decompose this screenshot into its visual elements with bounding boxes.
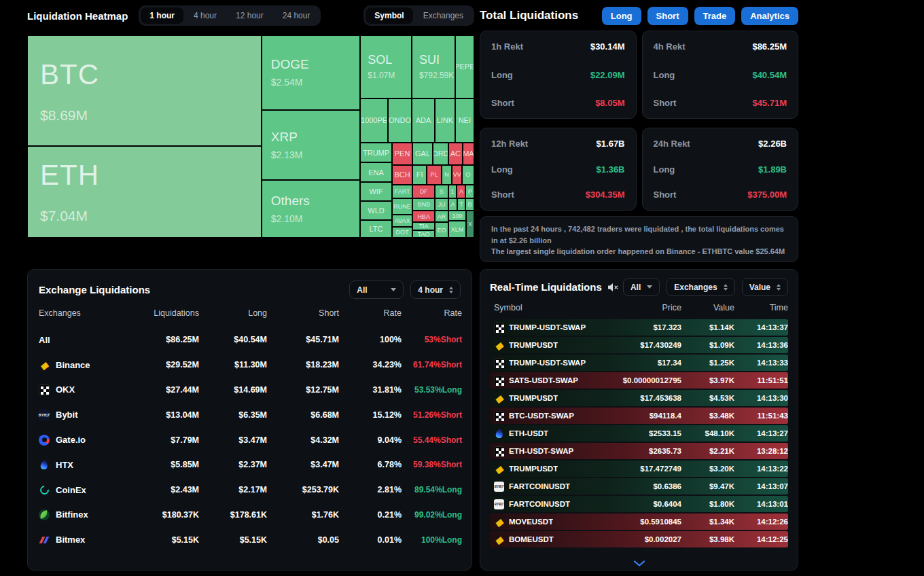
realtime-exchanges-sort[interactable]: Exchanges — [667, 278, 734, 296]
nav-button[interactable]: Trade — [694, 7, 736, 25]
treemap-cell[interactable]: EO — [435, 222, 448, 238]
treemap-cell[interactable]: TIA — [412, 222, 435, 230]
treemap-cell[interactable]: SUI $792.59K — [412, 35, 455, 98]
treemap-cell[interactable]: PEN — [392, 143, 412, 165]
liquidation-row[interactable]: TRUMPUSDT $17.430249 $1.09K 14:13:36 — [490, 337, 788, 353]
liquidation-row[interactable]: MOVEUSDT $0.5910845 $1.34K 14:12:26 — [490, 514, 788, 530]
exchange-row[interactable]: CoinEx $2.43M $2.17M $253.79K 2.81% 89.5… — [39, 478, 461, 503]
treemap-cell[interactable]: P — [465, 185, 474, 198]
exchange-row[interactable]: Bitfinex $180.37K $178.61K $1.76K 0.21% … — [39, 503, 461, 528]
treemap-cell[interactable]: LINK — [435, 98, 455, 143]
liquidation-row[interactable]: ETH-USDT-SWAP $2635.73 $2.21K 13:28:12 — [490, 443, 788, 459]
nav-button-label: Trade — [703, 11, 727, 21]
treemap-cell[interactable]: XRP $2.13M — [262, 110, 360, 180]
liquidation-summary: In the past 24 hours , 742,482 traders w… — [480, 216, 798, 262]
liquidation-symbol-cell: TRUMPUSDT — [494, 464, 609, 474]
treemap-cell[interactable]: BNB — [412, 198, 435, 211]
realtime-filter-select[interactable]: All — [623, 278, 660, 296]
treemap-cell[interactable]: AVAX — [392, 215, 412, 227]
treemap-cell[interactable]: TAO — [412, 230, 435, 238]
treemap-cell[interactable]: DOGE $2.54M — [262, 35, 360, 110]
treemap-cell[interactable]: 100 — [448, 211, 466, 221]
liquidation-row[interactable]: FARTCOINUSDT $0.6386 $9.47K 14:13:07 — [490, 478, 788, 494]
treemap-cell[interactable]: 1000PE — [360, 98, 388, 143]
treemap-cell[interactable]: ADA — [412, 98, 435, 143]
treemap-cell[interactable]: S — [435, 185, 448, 198]
treemap-cell[interactable]: WLD — [360, 201, 392, 220]
time-tab-label: 24 hour — [283, 11, 310, 20]
treemap-cell[interactable]: O — [462, 165, 474, 185]
treemap-cell[interactable]: Others $2.10M — [262, 180, 360, 238]
treemap-cell[interactable]: JU — [435, 198, 448, 211]
treemap-cell[interactable]: AC — [448, 143, 463, 165]
liquidation-price: $0.002027 — [609, 535, 681, 543]
treemap-cell[interactable]: LTC — [360, 220, 392, 238]
exchange-row[interactable]: Binance $29.52M $11.30M $18.23M 34.23% 6… — [39, 353, 461, 378]
treemap-cell[interactable]: PL — [427, 165, 442, 185]
treemap-cell[interactable]: BCH — [392, 165, 412, 185]
liquidation-row[interactable]: TRUMPUSDT $17.472749 $3.20K 14:13:22 — [490, 461, 788, 477]
treemap-cell[interactable]: DOT — [392, 227, 412, 238]
liquidation-row[interactable]: TRUMP-USDT-SWAP $17.34 $1.25K 14:13:33 — [490, 355, 788, 371]
liquidation-row[interactable]: SATS-USDT-SWAP $0.00000012795 $3.97K 11:… — [490, 372, 788, 389]
time-tab[interactable]: 1 hour — [141, 7, 183, 24]
treemap-cell[interactable]: B — [465, 198, 474, 211]
liquidation-row[interactable]: TRUMP-USDT-SWAP $17.323 $1.14K 14:13:37 — [490, 319, 788, 336]
exchange-filter-select[interactable]: All — [349, 281, 404, 299]
nav-button[interactable]: Short — [647, 7, 688, 25]
treemap-cell[interactable]: VV — [452, 165, 462, 185]
exchange-row[interactable]: OKX $27.44M $14.69M $12.75M 31.81% 53.53… — [39, 378, 461, 403]
exchange-row[interactable]: All $86.25M $40.54M $45.71M 100% 53%Shor… — [39, 327, 461, 353]
exchange-row[interactable]: HTX $5.85M $2.37M $3.47M 6.78% 59.38%Sho… — [39, 452, 461, 478]
liquidation-row[interactable]: BTC-USDT-SWAP $94118.4 $3.48K 11:51:43 — [490, 408, 788, 424]
treemap-cell[interactable]: X — [466, 211, 474, 238]
treemap-cell[interactable]: 1 — [448, 185, 457, 198]
treemap-cell[interactable]: N — [442, 165, 452, 185]
treemap-cell[interactable]: ONDO — [388, 98, 412, 143]
liquidation-price: $0.00000012795 — [609, 376, 681, 384]
mute-speaker-icon[interactable] — [607, 283, 618, 292]
treemap-cell[interactable]: BTC $8.69M — [27, 35, 262, 146]
treemap-cell[interactable]: A — [448, 198, 457, 211]
treemap-cell[interactable]: RUNE — [392, 198, 412, 215]
treemap-cell[interactable]: NEI — [455, 98, 474, 143]
treemap-cell[interactable]: ETH $7.04M — [27, 146, 262, 238]
treemap-cell[interactable]: TRUMP — [360, 143, 392, 162]
treemap-cell[interactable]: A — [457, 185, 465, 198]
exchange-direction-rate: 61.74%Short — [402, 360, 462, 370]
period-select[interactable]: 4 hour — [410, 281, 461, 299]
exchange-row[interactable]: Bybit $13.04M $6.35M $6.68M 15.12% 51.26… — [39, 402, 461, 427]
exchange-row[interactable]: Gate.io $7.79M $3.47M $4.32M 9.04% 55.44… — [39, 427, 461, 452]
treemap-cell[interactable]: PEPE — [455, 35, 474, 98]
mode-tab[interactable]: Symbol — [366, 7, 412, 24]
treemap-cell-symbol: 1000PE — [361, 116, 387, 124]
treemap-cell[interactable]: MA — [463, 143, 474, 165]
treemap-cell[interactable]: SOL $1.07M — [360, 35, 412, 98]
time-tab[interactable]: 12 hour — [227, 7, 272, 24]
nav-button[interactable]: Analytics — [741, 7, 798, 25]
nav-button-label: Long — [611, 11, 633, 21]
liquidation-row[interactable]: BOMEUSDT $0.002027 $3.98K 14:12:25 — [490, 531, 788, 547]
treemap-cell[interactable]: AR — [435, 211, 448, 222]
treemap-cell[interactable]: XLM — [448, 221, 466, 238]
chevron-down-icon[interactable] — [633, 557, 645, 569]
treemap-cell[interactable]: T — [457, 198, 465, 211]
treemap-cell[interactable]: DF — [412, 185, 435, 198]
exchange-row[interactable]: Bitmex $5.15K $5.15K $0.05 0.01% 100%Lon… — [39, 527, 461, 552]
time-tab[interactable]: 24 hour — [274, 7, 319, 24]
liquidation-row[interactable]: TRUMPUSDT $17.453638 $4.53K 14:13:30 — [490, 390, 788, 406]
realtime-value-sort[interactable]: Value — [742, 278, 788, 296]
liquidation-row[interactable]: ETH-USDT $2533.15 $48.10K 14:13:27 — [490, 425, 788, 442]
treemap-cell[interactable]: ORD — [433, 143, 448, 165]
treemap-cell[interactable]: HBA — [412, 211, 435, 222]
liquidation-row[interactable]: FARTCOINUSDT $0.6404 $1.80K 14:13:01 — [490, 496, 788, 512]
treemap-cell[interactable]: ENA — [360, 162, 392, 182]
time-tab[interactable]: 4 hour — [185, 7, 226, 24]
treemap-cell[interactable]: FI — [412, 165, 427, 185]
nav-button[interactable]: Long — [602, 7, 641, 25]
treemap-cell[interactable]: WIF — [360, 182, 392, 201]
liquidation-symbol-cell: TRUMP-USDT-SWAP — [494, 323, 609, 333]
treemap-cell[interactable]: GAL — [412, 143, 433, 165]
mode-tab[interactable]: Exchanges — [414, 7, 472, 24]
treemap-cell[interactable]: FART — [392, 185, 412, 199]
